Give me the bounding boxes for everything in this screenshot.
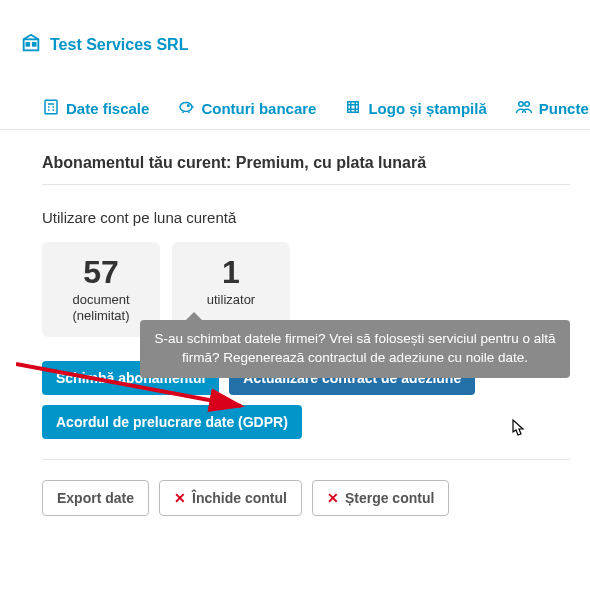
x-icon: ✕ bbox=[327, 490, 339, 506]
tab-logo[interactable]: Logo și ștampilă bbox=[344, 98, 486, 119]
delete-account-button[interactable]: ✕ Șterge contul bbox=[312, 480, 449, 516]
company-name: Test Services SRL bbox=[50, 36, 188, 54]
button-label: Închide contul bbox=[192, 490, 287, 506]
tab-label: Conturi bancare bbox=[201, 100, 316, 117]
svg-rect-1 bbox=[26, 43, 29, 46]
svg-point-13 bbox=[525, 102, 530, 107]
tab-fiscal[interactable]: Date fiscale bbox=[42, 98, 149, 119]
stat-label: utilizator bbox=[192, 292, 270, 308]
gdpr-button[interactable]: Acordul de prelucrare date (GDPR) bbox=[42, 405, 302, 439]
button-label: Șterge contul bbox=[345, 490, 434, 506]
svg-rect-11 bbox=[348, 102, 359, 113]
divider bbox=[42, 459, 570, 460]
tab-points[interactable]: Puncte d bbox=[515, 98, 590, 119]
button-label: Acordul de prelucrare date (GDPR) bbox=[56, 414, 288, 430]
tab-label: Puncte d bbox=[539, 100, 590, 117]
tooltip: S-au schimbat datele firmei? Vrei să fol… bbox=[140, 320, 570, 378]
piggy-icon bbox=[177, 98, 195, 119]
tab-label: Date fiscale bbox=[66, 100, 149, 117]
tabs-nav: Date fiscale Conturi bancare Logo și șta… bbox=[0, 70, 590, 130]
tooltip-text: S-au schimbat datele firmei? Vrei să fol… bbox=[155, 331, 556, 365]
x-icon: ✕ bbox=[174, 490, 186, 506]
users-icon bbox=[515, 98, 533, 119]
tab-label: Logo și ștampilă bbox=[368, 100, 486, 117]
svg-point-12 bbox=[519, 102, 524, 107]
stat-value: 57 bbox=[62, 256, 140, 288]
button-label: Export date bbox=[57, 490, 134, 506]
company-header: Test Services SRL bbox=[20, 32, 570, 58]
export-data-button[interactable]: Export date bbox=[42, 480, 149, 516]
tab-bank[interactable]: Conturi bancare bbox=[177, 98, 316, 119]
close-account-button[interactable]: ✕ Închide contul bbox=[159, 480, 302, 516]
stat-sub: (nelimitat) bbox=[62, 308, 140, 323]
svg-rect-2 bbox=[33, 43, 36, 46]
svg-point-10 bbox=[188, 105, 190, 107]
stat-value: 1 bbox=[192, 256, 270, 288]
subscription-heading: Abonamentul tău curent: Premium, cu plat… bbox=[42, 154, 570, 185]
svg-rect-3 bbox=[45, 100, 57, 114]
stamp-icon bbox=[344, 98, 362, 119]
usage-title: Utilizare cont pe luna curentă bbox=[42, 209, 570, 226]
stat-label: document bbox=[62, 292, 140, 308]
svg-point-9 bbox=[180, 103, 192, 112]
calculator-icon bbox=[42, 98, 60, 119]
building-icon bbox=[20, 32, 42, 58]
